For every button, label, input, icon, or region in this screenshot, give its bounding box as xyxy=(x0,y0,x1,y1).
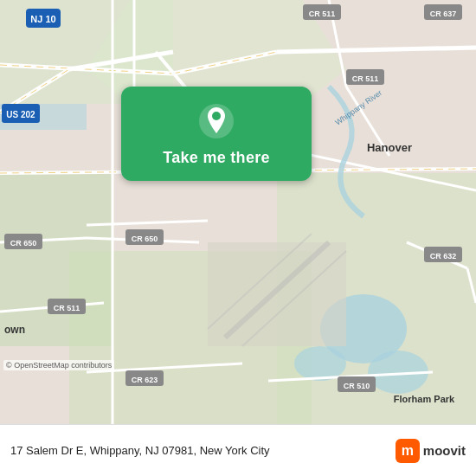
map-container: NJ 10 US 202 CR 511 CR 637 CR 511 Hanove… xyxy=(0,0,476,424)
svg-text:CR 511: CR 511 xyxy=(309,10,336,18)
svg-text:own: own xyxy=(4,324,25,336)
address-text: 17 Salem Dr E, Whippany, NJ 07981, New Y… xyxy=(10,444,396,457)
cta-button-container: Take me there xyxy=(121,87,312,181)
svg-text:CR 650: CR 650 xyxy=(132,235,158,243)
bottom-bar: 17 Salem Dr E, Whippany, NJ 07981, New Y… xyxy=(0,424,476,476)
svg-text:CR 511: CR 511 xyxy=(352,74,379,83)
moovit-logo: m moovit xyxy=(396,439,466,463)
svg-text:NJ 10: NJ 10 xyxy=(30,14,55,24)
svg-text:CR 623: CR 623 xyxy=(132,376,158,384)
svg-point-66 xyxy=(212,112,221,120)
svg-text:Florham Park: Florham Park xyxy=(394,394,455,404)
svg-text:US 202: US 202 xyxy=(6,110,35,119)
svg-text:CR 632: CR 632 xyxy=(430,252,457,261)
svg-text:Hanover: Hanover xyxy=(367,141,412,154)
svg-text:CR 637: CR 637 xyxy=(430,10,457,18)
cta-label: Take me there xyxy=(163,149,270,167)
map-pin-icon xyxy=(197,102,235,140)
svg-rect-10 xyxy=(208,242,346,346)
svg-text:CR 650: CR 650 xyxy=(10,239,37,248)
svg-text:CR 510: CR 510 xyxy=(344,382,370,390)
svg-text:CR 511: CR 511 xyxy=(54,304,80,312)
svg-point-7 xyxy=(294,346,346,381)
take-me-there-button[interactable]: Take me there xyxy=(121,87,312,181)
osm-attribution: © OpenStreetMap contributors xyxy=(3,360,114,370)
moovit-icon: m xyxy=(396,439,420,463)
moovit-logo-text: moovit xyxy=(423,443,466,458)
